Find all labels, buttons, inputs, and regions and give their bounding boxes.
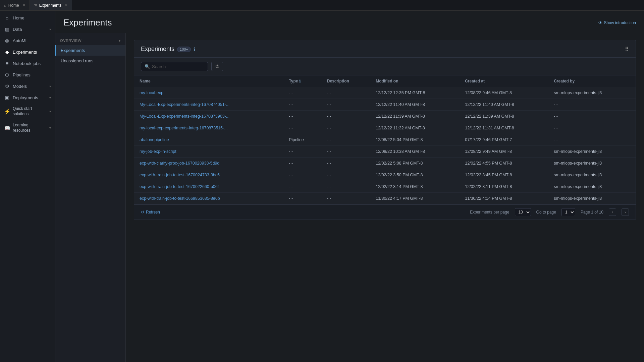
cell-created-4: 07/17/22 9:46 PM GMT-7 [460,134,548,146]
col-created-at: Created at [460,75,548,87]
cell-name-7[interactable]: exp-with-train-job-tc-test-1670024733-3b… [134,169,283,181]
cell-type-2: - - [283,111,321,122]
cell-desc-7: - - [322,169,370,181]
cell-desc-3: - - [322,122,370,134]
experiment-link-8[interactable]: exp-with-train-job-tc-test-1670022660-b0… [140,184,219,189]
search-box: 🔍 [141,62,208,71]
main-panel: Experiments 100+ ℹ ⠿ 🔍 ⚗ [126,33,644,362]
next-page-button[interactable]: › [622,208,629,216]
experiment-link-0[interactable]: my-local-exp [140,90,163,95]
cell-name-2[interactable]: My-Local-Exp-experiments-integ-167087396… [134,111,283,122]
col-modified: Modified on [370,75,460,87]
per-page-select[interactable]: 10 25 50 [515,208,531,216]
tab-experiments-close[interactable]: ✕ [65,3,68,7]
cell-modified-8: 12/02/22 3:14 PM GMT-8 [370,181,460,193]
refresh-button[interactable]: ↺ Refresh [141,210,160,215]
sidebar-item-models[interactable]: ⚙ Models ▾ [0,80,55,92]
table-row: my-job-exp-in-script - - - - 12/08/22 10… [134,146,636,158]
cell-created-0: 12/08/22 9:46 AM GMT-8 [460,87,548,99]
experiment-link-6[interactable]: exp-with-clarify-proc-job-1670028938-5d9… [140,161,219,166]
experiments-panel-title: Experiments [141,46,174,53]
sidebar-item-learning[interactable]: 📖 Learning resources ▾ [0,120,55,136]
sidebar-item-automl[interactable]: ◎ AutoML [0,35,55,46]
goto-page-select[interactable]: 1 [561,208,575,216]
cell-modified-1: 12/12/22 11:40 AM GMT-8 [370,99,460,111]
cell-modified-0: 12/12/22 12:35 PM GMT-8 [370,87,460,99]
experiment-link-7[interactable]: exp-with-train-job-tc-test-1670024733-3b… [140,173,220,177]
experiment-link-9[interactable]: exp-with-train-job-tc-test-1669853685-8e… [140,196,220,201]
sidebar-item-home[interactable]: ⌂ Home [0,12,55,23]
page-header: Experiments 👁 Show introduction [55,11,644,33]
cell-name-9[interactable]: exp-with-train-job-tc-test-1669853685-8e… [134,193,283,204]
cell-name-3[interactable]: my-local-exp-experiments-integ-167087351… [134,122,283,134]
prev-page-button[interactable]: ‹ [609,208,616,216]
type-info-icon[interactable]: ℹ [299,79,301,83]
experiment-link-2[interactable]: My-Local-Exp-experiments-integ-167087396… [140,114,229,119]
table-row: my-local-exp - - - - 12/12/22 12:35 PM G… [134,87,636,99]
experiments-sidebar-icon: ◆ [4,49,10,55]
cell-created-3: 12/12/22 11:31 AM GMT-8 [460,122,548,134]
sidebar-item-experiments[interactable]: ◆ Experiments [0,46,55,58]
sidebar-item-automl-label: AutoML [13,38,28,43]
deployments-icon: ▣ [4,95,10,100]
cell-created-5: 12/08/22 9:49 AM GMT-8 [460,146,548,158]
automl-icon: ◎ [4,38,10,43]
experiments-info-icon[interactable]: ℹ [194,47,195,52]
table-row: my-local-exp-experiments-integ-167087351… [134,122,636,134]
experiments-title: Experiments 100+ ℹ [141,46,195,53]
search-input[interactable] [152,64,204,69]
sidebar-item-pipelines-label: Pipelines [13,72,31,77]
sidebar-item-data[interactable]: ▤ Data ▾ [0,23,55,35]
cell-modified-5: 12/08/22 10:38 AM GMT-8 [370,146,460,158]
sidebar-item-pipelines[interactable]: ⬡ Pipelines [0,69,55,80]
pipelines-icon: ⬡ [4,72,10,77]
experiment-link-1[interactable]: My-Local-Exp-experiments-integ-167087405… [140,102,229,107]
columns-settings-icon[interactable]: ⠿ [625,46,629,52]
tab-home-close[interactable]: ✕ [22,3,25,7]
cell-name-8[interactable]: exp-with-train-job-tc-test-1670022660-b0… [134,181,283,193]
inner-layout: OVERVIEW ▾ Experiments Unassigned runs E… [55,33,644,362]
overview-nav-experiments[interactable]: Experiments [55,45,125,56]
sidebar-item-experiments-label: Experiments [13,50,37,55]
cell-modified-7: 12/02/22 3:50 PM GMT-8 [370,169,460,181]
cell-type-1: - - [283,99,321,111]
pagination: Experiments per page 10 25 50 Go to page… [470,208,629,216]
cell-name-4: abalonepipeline [134,134,283,146]
tab-home[interactable]: ⌂ Home ✕ [0,0,30,10]
cell-name-1[interactable]: My-Local-Exp-experiments-integ-167087405… [134,99,283,111]
cell-created-by-4: - - [548,134,636,146]
cell-created-6: 12/02/22 4:55 PM GMT-8 [460,158,548,169]
col-type: Type ℹ [283,75,321,87]
table-toolbar: 🔍 ⚗ [134,58,636,75]
search-icon: 🔍 [145,64,150,69]
cell-desc-6: - - [322,158,370,169]
data-chevron-icon: ▾ [49,27,51,31]
cell-type-7: - - [283,169,321,181]
cell-name-6[interactable]: exp-with-clarify-proc-job-1670028938-5d9… [134,158,283,169]
experiment-link-5[interactable]: my-job-exp-in-script [140,149,176,154]
cell-created-by-9: sm-mlops-experiments-jl3 [548,193,636,204]
cell-type-5: - - [283,146,321,158]
cell-desc-5: - - [322,146,370,158]
experiment-link-3[interactable]: my-local-exp-experiments-integ-167087351… [140,126,228,130]
cell-created-2: 12/12/22 11:39 AM GMT-8 [460,111,548,122]
sidebar-item-quick-start[interactable]: ⚡ Quick start solutions ▾ [0,103,55,120]
cell-modified-2: 12/12/22 11:39 AM GMT-8 [370,111,460,122]
show-intro-label: Show introduction [604,20,636,25]
cell-name-0[interactable]: my-local-exp [134,87,283,99]
sidebar-item-deployments[interactable]: ▣ Deployments ▾ [0,92,55,103]
show-intro-button[interactable]: 👁 Show introduction [598,20,636,25]
experiment-link-4[interactable]: abalonepipeline [140,137,169,142]
overview-nav-unassigned[interactable]: Unassigned runs [55,56,125,66]
eye-icon: 👁 [598,20,602,25]
filter-button[interactable]: ⚗ [211,62,223,71]
table-row: My-Local-Exp-experiments-integ-167087405… [134,99,636,111]
cell-type-3: - - [283,122,321,134]
cell-created-by-7: sm-mlops-experiments-jl3 [548,169,636,181]
cell-name-5: my-job-exp-in-script [134,146,283,158]
table-header-row: Name Type ℹ Description Modified on Crea… [134,75,636,87]
cell-created-by-3: - - [548,122,636,134]
tab-experiments[interactable]: ⚗ Experiments ✕ [30,0,72,10]
sidebar-item-notebook-jobs[interactable]: ≡ Notebook jobs [0,58,55,69]
home-icon: ⌂ [4,15,10,20]
